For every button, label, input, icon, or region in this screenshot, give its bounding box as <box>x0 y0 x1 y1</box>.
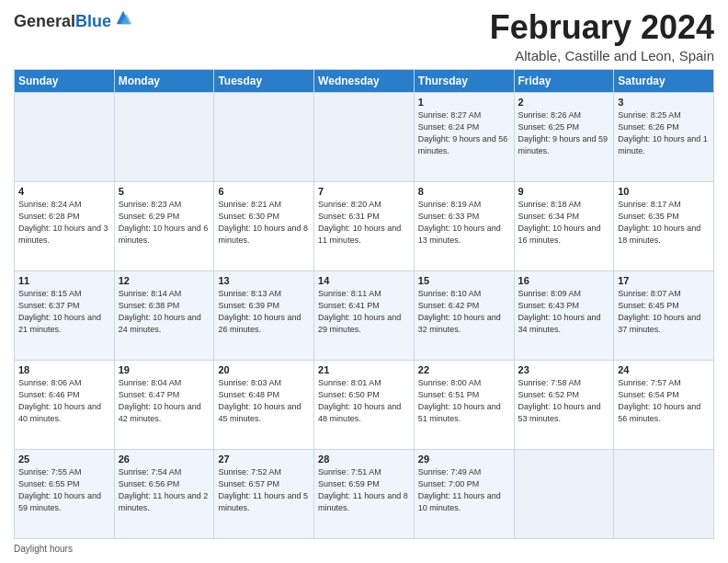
calendar-week-row: 18Sunrise: 8:06 AM Sunset: 6:46 PM Dayli… <box>15 360 714 449</box>
calendar-cell: 18Sunrise: 8:06 AM Sunset: 6:46 PM Dayli… <box>15 360 115 449</box>
day-info: Sunrise: 8:09 AM Sunset: 6:43 PM Dayligh… <box>518 288 610 336</box>
day-number: 25 <box>18 454 110 465</box>
day-number: 13 <box>218 275 310 286</box>
day-info: Sunrise: 7:52 AM Sunset: 6:57 PM Dayligh… <box>218 466 310 514</box>
day-of-week-header: Friday <box>514 69 614 92</box>
calendar-week-row: 4Sunrise: 8:24 AM Sunset: 6:28 PM Daylig… <box>15 181 714 270</box>
day-number: 28 <box>318 454 410 465</box>
calendar-cell: 2Sunrise: 8:26 AM Sunset: 6:25 PM Daylig… <box>514 92 614 181</box>
calendar-cell: 3Sunrise: 8:25 AM Sunset: 6:26 PM Daylig… <box>614 92 714 181</box>
calendar-cell: 11Sunrise: 8:15 AM Sunset: 6:37 PM Dayli… <box>15 270 115 360</box>
day-number: 15 <box>418 275 510 286</box>
title-block: February 2024 Altable, Castille and Leon… <box>490 9 714 63</box>
calendar-cell: 16Sunrise: 8:09 AM Sunset: 6:43 PM Dayli… <box>514 270 614 360</box>
day-of-week-header: Thursday <box>414 69 514 92</box>
calendar-cell: 8Sunrise: 8:19 AM Sunset: 6:33 PM Daylig… <box>414 181 514 270</box>
calendar-table: SundayMondayTuesdayWednesdayThursdayFrid… <box>14 69 714 539</box>
day-info: Sunrise: 8:20 AM Sunset: 6:31 PM Dayligh… <box>318 199 410 247</box>
logo: GeneralBlue <box>14 13 133 31</box>
day-number: 29 <box>418 454 510 465</box>
calendar-cell: 6Sunrise: 8:21 AM Sunset: 6:30 PM Daylig… <box>214 181 314 270</box>
day-info: Sunrise: 8:21 AM Sunset: 6:30 PM Dayligh… <box>218 199 310 247</box>
day-number: 18 <box>18 364 110 375</box>
day-number: 6 <box>218 186 310 197</box>
day-number: 1 <box>418 97 510 108</box>
header: GeneralBlue February 2024 Altable, Casti… <box>14 9 714 63</box>
calendar-cell: 27Sunrise: 7:52 AM Sunset: 6:57 PM Dayli… <box>214 449 314 538</box>
calendar-cell: 24Sunrise: 7:57 AM Sunset: 6:54 PM Dayli… <box>614 360 714 449</box>
footer: Daylight hours <box>14 544 714 554</box>
day-number: 12 <box>119 275 210 286</box>
day-info: Sunrise: 8:23 AM Sunset: 6:29 PM Dayligh… <box>119 199 210 247</box>
day-of-week-header: Sunday <box>15 69 115 92</box>
day-of-week-header: Saturday <box>614 69 714 92</box>
calendar-cell: 4Sunrise: 8:24 AM Sunset: 6:28 PM Daylig… <box>15 181 115 270</box>
day-info: Sunrise: 8:00 AM Sunset: 6:51 PM Dayligh… <box>418 377 510 425</box>
day-info: Sunrise: 8:07 AM Sunset: 6:45 PM Dayligh… <box>618 288 710 336</box>
day-number: 2 <box>518 97 610 108</box>
day-number: 17 <box>618 275 710 286</box>
day-number: 4 <box>18 186 110 197</box>
day-info: Sunrise: 8:24 AM Sunset: 6:28 PM Dayligh… <box>18 199 110 247</box>
calendar-cell: 25Sunrise: 7:55 AM Sunset: 6:55 PM Dayli… <box>15 449 115 538</box>
footer-label: Daylight hours <box>14 544 73 554</box>
month-title: February 2024 <box>490 9 714 46</box>
day-info: Sunrise: 8:13 AM Sunset: 6:39 PM Dayligh… <box>218 288 310 336</box>
day-number: 24 <box>618 364 710 375</box>
day-info: Sunrise: 7:54 AM Sunset: 6:56 PM Dayligh… <box>119 466 210 514</box>
day-info: Sunrise: 8:19 AM Sunset: 6:33 PM Dayligh… <box>418 199 510 247</box>
calendar-cell: 23Sunrise: 7:58 AM Sunset: 6:52 PM Dayli… <box>514 360 614 449</box>
calendar-cell: 14Sunrise: 8:11 AM Sunset: 6:41 PM Dayli… <box>314 270 415 360</box>
calendar-cell: 1Sunrise: 8:27 AM Sunset: 6:24 PM Daylig… <box>414 92 514 181</box>
calendar-cell <box>314 92 415 181</box>
day-info: Sunrise: 8:01 AM Sunset: 6:50 PM Dayligh… <box>318 377 410 425</box>
calendar-cell <box>614 449 714 538</box>
calendar-cell: 26Sunrise: 7:54 AM Sunset: 6:56 PM Dayli… <box>114 449 214 538</box>
day-number: 22 <box>418 364 510 375</box>
day-number: 20 <box>218 364 310 375</box>
day-number: 10 <box>618 186 710 197</box>
calendar-cell: 19Sunrise: 8:04 AM Sunset: 6:47 PM Dayli… <box>114 360 214 449</box>
day-info: Sunrise: 8:04 AM Sunset: 6:47 PM Dayligh… <box>119 377 210 425</box>
calendar-cell: 10Sunrise: 8:17 AM Sunset: 6:35 PM Dayli… <box>614 181 714 270</box>
calendar-cell <box>514 449 614 538</box>
day-info: Sunrise: 8:27 AM Sunset: 6:24 PM Dayligh… <box>418 109 510 157</box>
calendar-week-row: 1Sunrise: 8:27 AM Sunset: 6:24 PM Daylig… <box>15 92 714 181</box>
calendar-week-row: 25Sunrise: 7:55 AM Sunset: 6:55 PM Dayli… <box>15 449 714 538</box>
day-info: Sunrise: 7:57 AM Sunset: 6:54 PM Dayligh… <box>618 377 710 425</box>
day-info: Sunrise: 7:49 AM Sunset: 7:00 PM Dayligh… <box>418 466 510 514</box>
calendar-cell <box>214 92 314 181</box>
day-info: Sunrise: 8:18 AM Sunset: 6:34 PM Dayligh… <box>518 199 610 247</box>
day-info: Sunrise: 8:17 AM Sunset: 6:35 PM Dayligh… <box>618 199 710 247</box>
calendar-header-row: SundayMondayTuesdayWednesdayThursdayFrid… <box>15 69 714 92</box>
calendar-cell: 22Sunrise: 8:00 AM Sunset: 6:51 PM Dayli… <box>414 360 514 449</box>
calendar-cell: 9Sunrise: 8:18 AM Sunset: 6:34 PM Daylig… <box>514 181 614 270</box>
day-info: Sunrise: 8:26 AM Sunset: 6:25 PM Dayligh… <box>518 109 610 157</box>
day-info: Sunrise: 7:55 AM Sunset: 6:55 PM Dayligh… <box>18 466 110 514</box>
calendar-cell: 29Sunrise: 7:49 AM Sunset: 7:00 PM Dayli… <box>414 449 514 538</box>
day-info: Sunrise: 8:03 AM Sunset: 6:48 PM Dayligh… <box>218 377 310 425</box>
day-of-week-header: Tuesday <box>214 69 314 92</box>
calendar-cell <box>114 92 214 181</box>
calendar-cell: 21Sunrise: 8:01 AM Sunset: 6:50 PM Dayli… <box>314 360 415 449</box>
logo-blue-text: Blue <box>75 12 111 30</box>
day-info: Sunrise: 8:10 AM Sunset: 6:42 PM Dayligh… <box>418 288 510 336</box>
day-number: 14 <box>318 275 410 286</box>
logo-general-text: General <box>14 12 75 30</box>
day-info: Sunrise: 8:06 AM Sunset: 6:46 PM Dayligh… <box>18 377 110 425</box>
calendar-cell <box>15 92 115 181</box>
calendar-cell: 5Sunrise: 8:23 AM Sunset: 6:29 PM Daylig… <box>114 181 214 270</box>
location: Altable, Castille and Leon, Spain <box>490 48 714 63</box>
day-info: Sunrise: 8:14 AM Sunset: 6:38 PM Dayligh… <box>119 288 210 336</box>
day-of-week-header: Wednesday <box>314 69 415 92</box>
calendar-cell: 13Sunrise: 8:13 AM Sunset: 6:39 PM Dayli… <box>214 270 314 360</box>
day-info: Sunrise: 8:15 AM Sunset: 6:37 PM Dayligh… <box>18 288 110 336</box>
day-number: 8 <box>418 186 510 197</box>
calendar-cell: 20Sunrise: 8:03 AM Sunset: 6:48 PM Dayli… <box>214 360 314 449</box>
day-of-week-header: Monday <box>114 69 214 92</box>
day-number: 23 <box>518 364 610 375</box>
day-number: 9 <box>518 186 610 197</box>
day-number: 19 <box>119 364 210 375</box>
calendar-cell: 7Sunrise: 8:20 AM Sunset: 6:31 PM Daylig… <box>314 181 415 270</box>
calendar-week-row: 11Sunrise: 8:15 AM Sunset: 6:37 PM Dayli… <box>15 270 714 360</box>
